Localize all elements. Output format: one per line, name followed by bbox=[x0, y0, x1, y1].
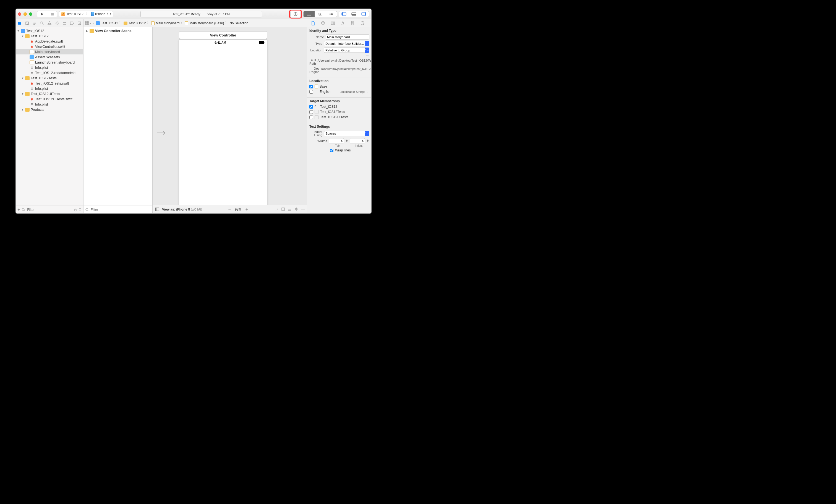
tree-row-label: Info.plist bbox=[35, 102, 48, 106]
view-controller-title-bar[interactable]: View Controller bbox=[179, 31, 267, 39]
tm2-checkbox[interactable] bbox=[309, 110, 313, 114]
disclosure-triangle-icon[interactable]: ▼ bbox=[21, 77, 24, 80]
tree-row[interactable]: Assets.xcassets bbox=[16, 54, 83, 60]
tree-row[interactable]: ≣Test_iOS12.xcdatamodeld bbox=[16, 70, 83, 75]
standard-editor-button[interactable] bbox=[304, 11, 315, 17]
add-constraints-button[interactable] bbox=[294, 207, 298, 211]
align-button[interactable] bbox=[288, 207, 292, 211]
attributes-inspector-tab[interactable] bbox=[341, 21, 347, 25]
scm-filter-button[interactable]: ☐ bbox=[78, 208, 81, 212]
navigator-filter-input[interactable] bbox=[27, 208, 72, 212]
disclosure-triangle-icon[interactable]: ▶ bbox=[21, 108, 24, 111]
add-file-button[interactable]: + bbox=[17, 207, 20, 212]
tree-row[interactable]: ≣Info.plist bbox=[16, 86, 83, 91]
forward-button[interactable]: › bbox=[93, 21, 94, 25]
disclosure-triangle-icon[interactable]: ▼ bbox=[21, 93, 24, 95]
tree-row[interactable]: ▼Test_iOS12UITests bbox=[16, 91, 83, 96]
zoom-in-button[interactable]: + bbox=[245, 207, 248, 212]
tree-row[interactable]: ▶Products bbox=[16, 107, 83, 112]
loc-english-checkbox[interactable] bbox=[309, 90, 313, 94]
outline-filter-input[interactable] bbox=[91, 208, 151, 212]
location-popup[interactable] bbox=[324, 47, 367, 53]
tree-row[interactable]: ≣Info.plist bbox=[16, 65, 83, 70]
assistant-editor-button[interactable] bbox=[315, 11, 326, 17]
tree-row[interactable]: LaunchScreen.storyboard bbox=[16, 60, 83, 65]
source-control-navigator-tab[interactable] bbox=[23, 19, 31, 27]
tree-row[interactable]: ▼Test_iOS12 bbox=[16, 34, 83, 39]
toggle-outline-button[interactable] bbox=[155, 208, 159, 211]
loc-base-checkbox[interactable] bbox=[309, 85, 313, 89]
tree-row[interactable]: ≣Info.plist bbox=[16, 102, 83, 107]
close-window-button[interactable] bbox=[18, 13, 21, 16]
zoom-out-button[interactable]: − bbox=[228, 207, 231, 212]
view-controller-scene[interactable]: 9:41 AM bbox=[179, 40, 267, 205]
stepper-icon[interactable]: ▲▼ bbox=[366, 139, 369, 142]
related-items-icon[interactable] bbox=[85, 21, 89, 25]
zoom-level[interactable]: 92% bbox=[235, 208, 241, 211]
tree-row[interactable]: ◉Test_iOS12UITests.swift bbox=[16, 96, 83, 102]
indent-width-field[interactable] bbox=[350, 138, 365, 143]
toggle-inspector-button[interactable] bbox=[359, 11, 369, 17]
tree-row[interactable]: ▼Test_iOS12Tests bbox=[16, 75, 83, 81]
svg-point-25 bbox=[86, 208, 88, 211]
update-frames-button[interactable] bbox=[274, 207, 279, 211]
scheme-device: iPhone XR bbox=[95, 12, 111, 16]
scheme-selector[interactable]: A Test_iOS12 〉 iPhone XR bbox=[59, 11, 113, 17]
wrap-lines-checkbox[interactable] bbox=[330, 149, 334, 152]
embed-in-button[interactable] bbox=[281, 207, 285, 211]
version-editor-button[interactable] bbox=[326, 11, 337, 17]
connections-inspector-tab[interactable] bbox=[361, 21, 367, 25]
identity-inspector-tab[interactable] bbox=[331, 21, 338, 25]
toggle-debug-button[interactable] bbox=[349, 11, 359, 17]
disclosure-triangle-icon[interactable]: ▼ bbox=[21, 35, 24, 38]
disclosure-triangle-icon[interactable]: ▶ bbox=[86, 30, 89, 32]
view-as-label[interactable]: View as: iPhone 8 bbox=[162, 208, 190, 211]
quick-help-inspector-tab[interactable]: ? bbox=[321, 21, 328, 25]
tab-width-field[interactable] bbox=[329, 138, 344, 143]
symbol-navigator-tab[interactable] bbox=[31, 19, 38, 27]
breakpoint-navigator-tab[interactable] bbox=[68, 19, 76, 27]
stepper-icon[interactable]: ▲▼ bbox=[346, 139, 348, 142]
indent-using-popup[interactable] bbox=[324, 131, 367, 136]
toggle-navigator-button[interactable] bbox=[339, 11, 349, 17]
tree-row[interactable]: ▼Test_iOS12 bbox=[16, 28, 83, 34]
tree-row[interactable]: ◉AppDelegate.swift bbox=[16, 39, 83, 44]
debug-navigator-tab[interactable] bbox=[61, 19, 68, 27]
size-inspector-tab[interactable] bbox=[350, 21, 357, 25]
jump-bar[interactable]: ‹ › Test_iOS12 〉 Test_iOS12 〉 Main.story… bbox=[83, 19, 307, 27]
file-inspector-tab[interactable] bbox=[311, 21, 318, 25]
choose-path-button[interactable]: ▭ bbox=[309, 54, 368, 57]
status-time: 9:41 AM bbox=[214, 41, 226, 44]
test-navigator-tab[interactable] bbox=[53, 19, 61, 27]
canvas[interactable]: → View Controller 9:41 AM bbox=[153, 27, 307, 205]
name-field[interactable] bbox=[326, 34, 369, 40]
svg-point-24 bbox=[22, 208, 24, 211]
resolve-issues-button[interactable] bbox=[301, 207, 305, 211]
tree-row[interactable]: Main.storyboard bbox=[16, 49, 83, 54]
tm1-checkbox[interactable] bbox=[309, 105, 313, 109]
report-navigator-tab[interactable] bbox=[76, 19, 83, 27]
recent-filter-button[interactable]: ◷ bbox=[74, 208, 77, 212]
tree-row[interactable]: ◉ViewController.swift bbox=[16, 44, 83, 49]
outline-tree[interactable]: ▶ View Controller Scene bbox=[83, 27, 152, 206]
back-button[interactable]: ‹ bbox=[90, 21, 92, 25]
minimize-window-button[interactable] bbox=[23, 13, 27, 16]
activity-viewer: Test_iOS12: Ready Today at 7:57 PM bbox=[140, 11, 262, 17]
navigator-tree[interactable]: ▼Test_iOS12▼Test_iOS12◉AppDelegate.swift… bbox=[16, 27, 83, 206]
find-navigator-tab[interactable] bbox=[38, 19, 45, 27]
tm3-checkbox[interactable] bbox=[309, 116, 313, 119]
library-button[interactable] bbox=[290, 11, 301, 17]
type-popup[interactable] bbox=[324, 41, 367, 46]
disclosure-triangle-icon[interactable]: ▼ bbox=[17, 30, 20, 32]
initial-vc-arrow-icon[interactable]: → bbox=[154, 124, 168, 140]
tree-row[interactable]: ◉Test_iOS12Tests.swift bbox=[16, 81, 83, 86]
stop-button[interactable] bbox=[47, 11, 57, 17]
loc-english-type[interactable]: Localizable Strings bbox=[340, 90, 365, 93]
outline-scene-row[interactable]: ▶ View Controller Scene bbox=[83, 28, 152, 34]
run-button[interactable] bbox=[37, 11, 47, 17]
project-navigator-tab[interactable] bbox=[16, 19, 23, 27]
sub-bar: ‹ › Test_iOS12 〉 Test_iOS12 〉 Main.story… bbox=[16, 19, 371, 27]
tree-row-label: Test_iOS12UITests.swift bbox=[35, 97, 72, 101]
zoom-window-button[interactable] bbox=[29, 13, 32, 16]
issue-navigator-tab[interactable] bbox=[45, 19, 53, 27]
